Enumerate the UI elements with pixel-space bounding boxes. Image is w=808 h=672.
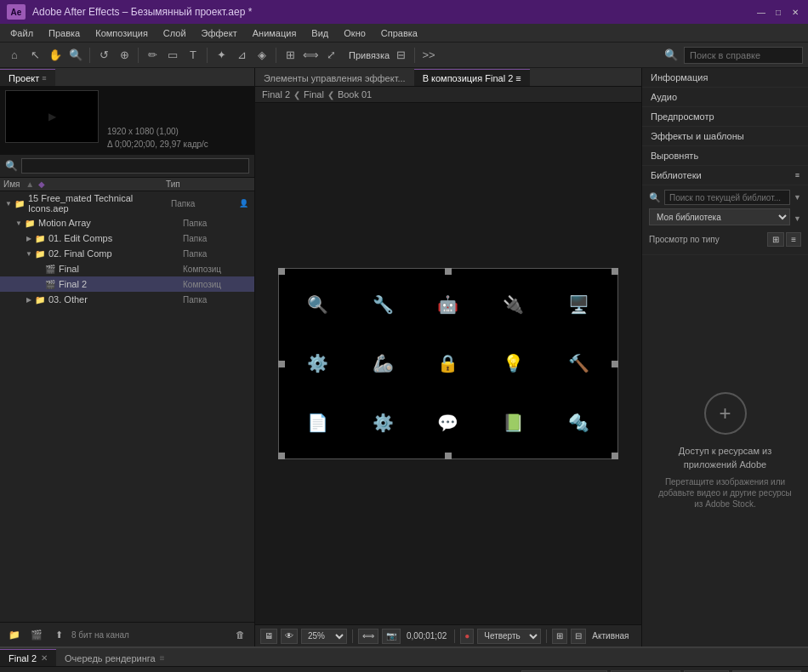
corner-tr — [612, 268, 618, 275]
folder-icon: 📁 — [24, 217, 36, 229]
home-button[interactable]: ⌂ — [5, 46, 24, 65]
breadcrumb-final2[interactable]: Final 2 — [262, 89, 290, 100]
tree-item-type: Папка — [183, 219, 251, 228]
viewer-canvas: 🔍 🔧 🤖 🔌 🖥️ ⚙️ 🦾 🔒 💡 🔨 📄 ⚙️ 💬 📗 🔩 — [278, 268, 618, 459]
tree-arrow[interactable]: ▼ — [24, 250, 34, 258]
align-tool[interactable]: ⊞ — [281, 46, 299, 65]
rq-tab-close[interactable]: ✕ — [41, 653, 48, 663]
vc-quality-dropdown[interactable]: Четверть Половина Полное — [477, 629, 541, 644]
expand-tool[interactable]: ⟺ — [301, 46, 320, 65]
tree-arrow[interactable]: ▼ — [3, 200, 14, 208]
puppet-tool[interactable]: ⊿ — [232, 46, 251, 65]
tree-col-name: Имя ▲ ◆ — [3, 179, 166, 189]
vc-monitor-btn[interactable]: 🖥 — [260, 629, 277, 644]
tab-composition-viewer[interactable]: В композиция Final 2 ≡ — [414, 69, 530, 86]
vc-expand-btn[interactable]: ⟺ — [358, 629, 378, 644]
text-tool[interactable]: T — [184, 46, 202, 65]
tree-item-type: Композиц — [183, 280, 251, 289]
tree-item-type: Папка — [183, 234, 251, 243]
hand-tool[interactable]: ✋ — [46, 46, 65, 65]
vc-sep-2 — [454, 629, 455, 643]
vc-zoom-dropdown[interactable]: 25% 50% 100% — [301, 629, 347, 644]
search-icon-small: 🔍 — [5, 160, 18, 172]
clone-tool[interactable]: ✦ — [212, 46, 230, 65]
select-tool[interactable]: ↖ — [26, 46, 44, 65]
tree-item[interactable]: ▶ 📁 03. Other Папка — [0, 292, 254, 307]
vc-camera-btn[interactable]: 👁 — [281, 629, 298, 644]
more-tools[interactable]: >> — [419, 46, 438, 65]
tree-item-name: Final — [59, 264, 183, 274]
camera-orbit-tool[interactable]: ⊕ — [115, 46, 134, 65]
menu-window[interactable]: Окно — [337, 26, 373, 40]
menu-edit[interactable]: Правка — [42, 26, 87, 40]
vc-screenshot-btn[interactable]: 📷 — [382, 629, 401, 644]
bit-depth-label: 8 бит на канал — [71, 630, 129, 640]
lib-search-icon: 🔍 — [649, 192, 661, 203]
menu-help[interactable]: Справка — [374, 26, 424, 40]
breadcrumb-arrow-1: ❮ — [293, 90, 300, 100]
libraries-label: Библиотеки — [651, 170, 702, 180]
tab-project[interactable]: Проект ≡ — [0, 69, 55, 86]
panel-new-folder[interactable]: 📁 — [5, 625, 24, 644]
vc-grid-btn[interactable]: ⊟ — [571, 629, 586, 644]
menu-layer[interactable]: Слой — [156, 26, 193, 40]
rq-tab-render-queue[interactable]: Очередь рендеринга ≡ — [56, 649, 174, 666]
maximize-button[interactable]: □ — [772, 6, 784, 18]
tree-item[interactable]: ▼ 📁 02. Final Comp Папка — [0, 246, 254, 261]
lib-list-view-btn[interactable]: ≡ — [786, 232, 801, 247]
project-search-input[interactable] — [21, 158, 249, 174]
toolbar-sep-2 — [138, 48, 139, 63]
menu-file[interactable]: Файл — [3, 26, 40, 40]
tree-arrow[interactable]: ▼ — [14, 219, 24, 227]
minimize-button[interactable]: — — [755, 6, 767, 18]
breadcrumb-book01[interactable]: Book 01 — [338, 89, 372, 100]
rotate-tool[interactable]: ↺ — [94, 46, 113, 65]
left-panel: Проект ≡ ▶ 1920 x 1080 (1,00) Δ 0;00;20;… — [0, 68, 255, 646]
help-search-input[interactable] — [684, 47, 803, 64]
breadcrumb-final[interactable]: Final — [304, 89, 324, 100]
library-add-button[interactable]: + — [704, 392, 747, 435]
tree-item-type: Папка — [183, 249, 251, 259]
panel-new-comp[interactable]: 🎬 — [27, 625, 46, 644]
close-button[interactable]: ✕ — [789, 6, 801, 18]
snap-icon[interactable]: ⊟ — [391, 46, 410, 65]
tree-arrow[interactable]: ▶ — [24, 296, 34, 304]
comp-panel-tabs: Элементы управления эффект... В композиц… — [255, 68, 641, 87]
vc-color-btn[interactable]: ● — [460, 629, 474, 644]
tab-effects-controls[interactable]: Элементы управления эффект... — [255, 69, 414, 86]
lib-library-dropdown[interactable]: Моя библиотека — [649, 208, 790, 225]
window-controls[interactable]: — □ ✕ — [755, 6, 801, 18]
lib-search-input[interactable] — [664, 190, 790, 205]
rp-item-libraries[interactable]: Библиотеки ≡ — [642, 166, 808, 185]
rp-item-preview[interactable]: Предпросмотр — [642, 107, 808, 127]
vc-channels-btn[interactable]: ⊞ — [552, 629, 567, 644]
rp-item-info[interactable]: Информация — [642, 68, 808, 88]
menu-effect[interactable]: Эффект — [195, 26, 244, 40]
menu-animation[interactable]: Анимация — [246, 26, 304, 40]
lib-grid-view-btn[interactable]: ⊞ — [767, 232, 784, 247]
tree-col-type: Тип — [166, 179, 234, 189]
panel-import[interactable]: ⬆ — [49, 625, 68, 644]
menu-composition[interactable]: Композиция — [88, 26, 155, 40]
lib-view-label: Просмотр по типу — [649, 235, 720, 244]
preview-fps: Δ 0;00;20;00, 29,97 кадр/с — [107, 138, 208, 151]
rq-tab-final2[interactable]: Final 2 ✕ — [0, 649, 56, 666]
pen-tool[interactable]: ✏ — [143, 46, 162, 65]
motion-tool[interactable]: ⤢ — [321, 46, 340, 65]
tree-arrow[interactable]: ▶ — [24, 235, 34, 242]
menu-view[interactable]: Вид — [304, 26, 335, 40]
shape-tool[interactable]: ◈ — [253, 46, 271, 65]
tech-icon-arm: 🦾 — [353, 336, 414, 390]
zoom-tool[interactable]: 🔍 — [66, 46, 85, 65]
rp-item-effects[interactable]: Эффекты и шаблоны — [642, 127, 808, 146]
tree-item[interactable]: ▶ 📁 01. Edit Comps Папка — [0, 231, 254, 246]
tree-item[interactable]: 🎬 Final Композиц — [0, 261, 254, 276]
tree-item[interactable]: ▼ 📁 15 Free_mated Technical Icons.aep Па… — [0, 191, 254, 215]
tree-item[interactable]: ▼ 📁 Motion Array Папка — [0, 215, 254, 231]
rect-tool[interactable]: ▭ — [163, 46, 182, 65]
toolbar-sep-3 — [207, 48, 208, 63]
tree-item-selected[interactable]: 🎬 Final 2 Композиц — [0, 276, 254, 292]
rp-item-audio[interactable]: Аудио — [642, 88, 808, 107]
panel-delete[interactable]: 🗑 — [230, 625, 249, 644]
rp-item-align[interactable]: Выровнять — [642, 146, 808, 166]
